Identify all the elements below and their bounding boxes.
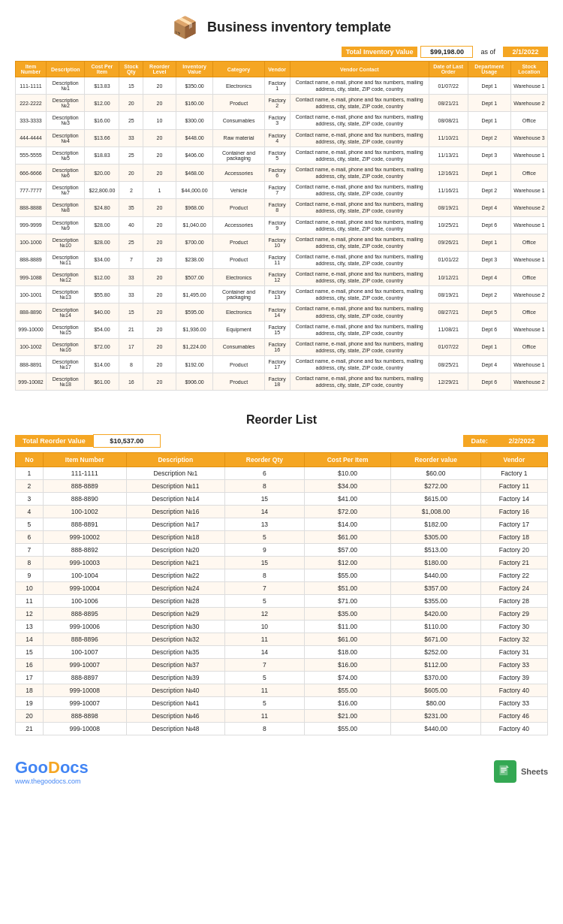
table-cell: Factory 14	[264, 303, 290, 321]
table-cell: Warehouse 1	[510, 216, 547, 234]
reorder-cell: Description №29	[126, 608, 225, 621]
table-row: 999-1088Description №12$12.003320$507.00…	[16, 269, 548, 286]
reorder-cell: 4	[16, 506, 44, 518]
rcol-vendor: Vendor	[480, 453, 547, 467]
table-cell: $192.00	[176, 356, 213, 373]
table-row: 666-6666Description №6$20.002020$468.00A…	[16, 164, 548, 181]
table-cell: Contact name, e-mail, phone and fax numb…	[290, 182, 429, 199]
reorder-date-value: 2/2/2022	[495, 435, 548, 447]
reorder-row: 1111-1111Description №16$10.00$60.00Fact…	[16, 467, 548, 480]
total-inventory-date: 2/1/2022	[503, 47, 548, 57]
table-cell: Dept 2	[468, 286, 510, 303]
table-cell: Contact name, e-mail, phone and fax numb…	[290, 77, 429, 95]
table-row: 999-10082Description №18$61.001620$906.0…	[16, 373, 548, 391]
table-row: 888-8888Description №8$24.803520$968.00P…	[16, 199, 548, 216]
table-cell: 666-6666	[16, 164, 47, 181]
reorder-row: 2888-8889Description №118$34.00$272.00Fa…	[16, 480, 548, 493]
table-cell: $12.00	[85, 95, 119, 112]
table-cell: $300.00	[176, 112, 213, 129]
table-cell: Product	[213, 95, 264, 112]
reorder-row: 7888-8892Description №209$57.00$513.00Fa…	[16, 544, 548, 557]
reorder-cell: 999-10002	[43, 531, 126, 544]
reorder-cell: 16	[16, 659, 44, 672]
reorder-cell: 14	[225, 646, 305, 659]
table-cell: Factory 4	[264, 129, 290, 146]
table-cell: Description №12	[46, 269, 85, 286]
col-category: Category	[213, 62, 264, 77]
table-cell: $468.00	[176, 164, 213, 181]
table-cell: $1,495.00	[176, 286, 213, 303]
reorder-cell: $61.00	[304, 531, 391, 544]
table-cell: Factory 6	[264, 164, 290, 181]
reorder-cell: $74.00	[304, 672, 391, 684]
table-cell: 20	[143, 286, 176, 303]
reorder-cell: 5	[225, 531, 305, 544]
table-cell: Contact name, e-mail, phone and fax numb…	[290, 216, 429, 234]
col-vendor: Vendor	[264, 62, 290, 77]
table-cell: Warehouse 2	[510, 373, 547, 391]
table-cell: 08/25/21	[429, 356, 468, 373]
table-cell: $44,000.00	[176, 182, 213, 199]
table-cell: $55.80	[85, 286, 119, 303]
table-cell: 888-8888	[16, 199, 47, 216]
table-cell: Contact name, e-mail, phone and fax numb…	[290, 303, 429, 321]
table-cell: Description №18	[46, 373, 85, 391]
reorder-cell: Description №39	[126, 672, 225, 684]
table-cell: 20	[143, 234, 176, 251]
reorder-cell: Factory 17	[480, 518, 547, 531]
reorder-row: 16999-10007Description №377$16.00$112.00…	[16, 659, 548, 672]
footer-url: www.thegoodocs.com	[15, 778, 89, 785]
table-cell: $595.00	[176, 303, 213, 321]
table-cell: Warehouse 1	[510, 77, 547, 95]
table-cell: Description №8	[46, 199, 85, 216]
reorder-cell: Factory 33	[480, 659, 547, 672]
reorder-date-label: Date:	[463, 435, 495, 447]
table-cell: Description №3	[46, 112, 85, 129]
reorder-cell: $180.00	[391, 557, 480, 569]
table-cell: Dept 4	[468, 269, 510, 286]
header: 📦 Business inventory template	[15, 15, 548, 40]
reorder-cell: $55.00	[304, 684, 391, 697]
reorder-header-row: Total Reorder Value $10,537.00 Date: 2/2…	[15, 434, 548, 448]
reorder-cell: Description №22	[126, 569, 225, 582]
reorder-cell: 14	[16, 633, 44, 646]
reorder-cell: $513.00	[391, 544, 480, 557]
footer-right: Sheets	[494, 760, 548, 783]
table-cell: 11/10/21	[429, 129, 468, 146]
table-cell: $1,224.00	[176, 338, 213, 355]
reorder-cell: $110.00	[391, 621, 480, 633]
table-cell: Consumables	[213, 338, 264, 355]
sheets-label: Sheets	[521, 767, 548, 776]
table-cell: 888-8890	[16, 303, 47, 321]
table-cell: 20	[143, 338, 176, 355]
reorder-cell: 999-10008	[43, 684, 126, 697]
reorder-cell: 999-10006	[43, 621, 126, 633]
col-cost-per-item: Cost Per Item	[85, 62, 119, 77]
reorder-cell: 15	[225, 557, 305, 569]
table-row: 888-8890Description №14$40.001520$595.00…	[16, 303, 548, 321]
table-cell: Contact name, e-mail, phone and fax numb…	[290, 356, 429, 373]
reorder-cell: Factory 30	[480, 621, 547, 633]
reorder-cell: Factory 20	[480, 544, 547, 557]
table-cell: 222-2222	[16, 95, 47, 112]
table-cell: 08/19/21	[429, 199, 468, 216]
table-row: 333-3333Description №3$16.002510$300.00C…	[16, 112, 548, 129]
reorder-cell: Description №1	[126, 467, 225, 480]
reorder-cell: 5	[16, 518, 44, 531]
table-cell: Dept 1	[468, 164, 510, 181]
table-row: 100-1000Description №10$28.002520$700.00…	[16, 234, 548, 251]
table-cell: 33	[119, 286, 143, 303]
table-cell: Container and packaging	[213, 286, 264, 303]
reorder-cell: $370.00	[391, 672, 480, 684]
total-inventory-bar: Total Inventory Value $99,198.00 as of 2…	[15, 46, 548, 58]
reorder-cell: 21	[16, 723, 44, 735]
table-cell: $1,936.00	[176, 321, 213, 338]
reorder-cell: $16.00	[304, 659, 391, 672]
table-cell: 20	[143, 356, 176, 373]
rcol-reorder-value: Reorder value	[391, 453, 480, 467]
reorder-row: 9100-1004Description №228$55.00$440.00Fa…	[16, 569, 548, 582]
table-cell: Dept 3	[468, 251, 510, 268]
table-cell: 01/07/22	[429, 338, 468, 355]
table-cell: $40.00	[85, 303, 119, 321]
table-cell: Contact name, e-mail, phone and fax numb…	[290, 234, 429, 251]
